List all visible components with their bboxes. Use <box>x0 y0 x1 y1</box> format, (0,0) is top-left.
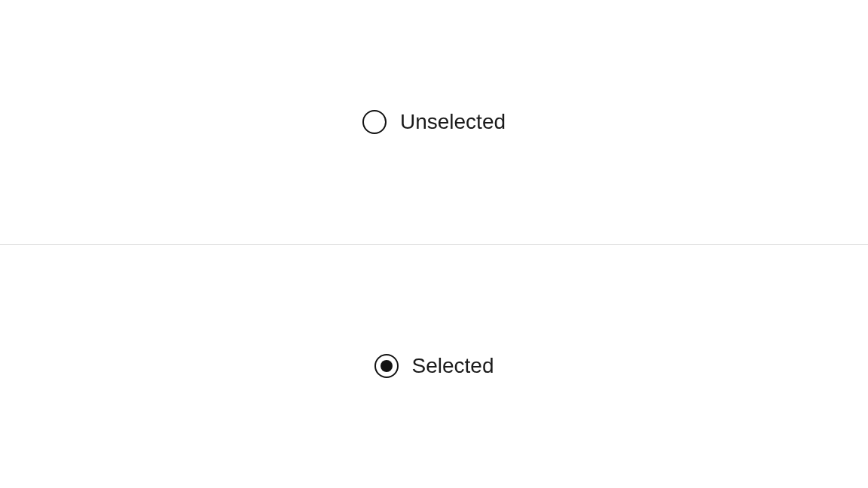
selected-section: Selected <box>0 245 868 489</box>
radio-option-unselected[interactable]: Unselected <box>362 110 506 134</box>
radio-unselected-icon <box>362 110 387 134</box>
radio-dot-icon <box>381 360 393 372</box>
radio-label-unselected: Unselected <box>400 110 506 134</box>
radio-selected-icon <box>374 354 399 378</box>
radio-label-selected: Selected <box>412 354 494 378</box>
radio-option-selected[interactable]: Selected <box>374 354 494 378</box>
unselected-section: Unselected <box>0 0 868 244</box>
